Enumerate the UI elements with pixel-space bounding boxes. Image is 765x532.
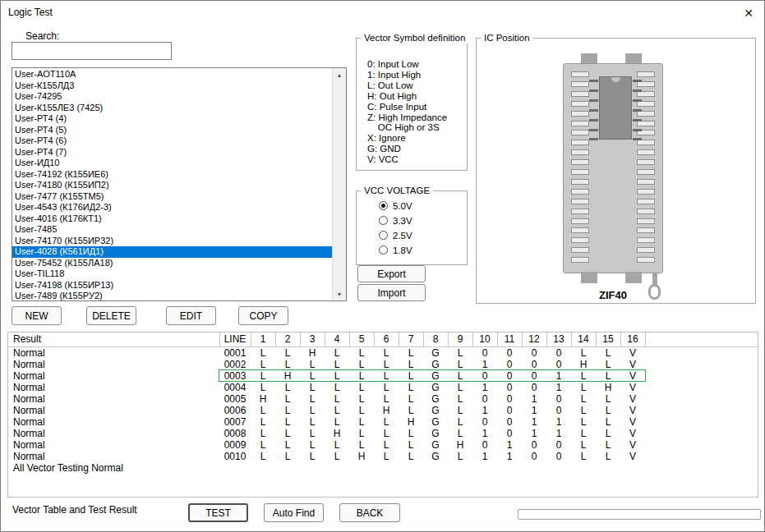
test-button[interactable]: TEST xyxy=(188,503,248,522)
column-header[interactable]: 13 xyxy=(546,332,571,346)
column-header[interactable]: 15 xyxy=(596,332,620,346)
list-item[interactable]: User-AOT110A xyxy=(12,69,332,80)
zif-socket-label: ZIF40 xyxy=(563,289,663,301)
vector-row[interactable]: Normal0004LLLLLLLGL1001LHV xyxy=(8,382,758,393)
list-item[interactable]: User-TIL118 xyxy=(12,268,332,280)
column-header[interactable]: Result xyxy=(8,332,219,346)
vector-row[interactable]: Normal0008LLLHLLLGL1011LLV xyxy=(8,428,758,439)
auto-find-button[interactable]: Auto Find xyxy=(264,503,324,522)
list-item[interactable]: User-РТ4 (7) xyxy=(12,147,332,158)
close-button[interactable]: ✕ xyxy=(737,3,760,23)
column-header[interactable]: 3 xyxy=(300,332,325,346)
import-button[interactable]: Import xyxy=(357,284,426,301)
list-item[interactable]: User-74295 xyxy=(12,91,332,103)
list-item[interactable]: User-4543 (К176ИД2-3) xyxy=(12,202,332,213)
vector-row[interactable]: Normal0009LLLLLLLGH0100LLV xyxy=(8,439,758,451)
scroll-up-icon[interactable]: ▲ xyxy=(333,68,346,81)
vector-row[interactable]: Normal0002LLLLLLLGL1000HLV xyxy=(8,359,758,370)
edit-button[interactable]: EDIT xyxy=(166,306,216,325)
column-header[interactable]: 14 xyxy=(571,332,596,346)
list-item[interactable]: User-РТ4 (6) xyxy=(12,135,332,147)
copy-button[interactable]: COPY xyxy=(238,306,288,325)
column-header[interactable]: 9 xyxy=(448,332,472,346)
column-header[interactable]: 5 xyxy=(349,332,374,346)
list-item[interactable]: User-4016 (К176КТ1) xyxy=(12,213,332,225)
vcc-option-3.3v[interactable]: 3.3V xyxy=(379,215,412,226)
vector-pin-cell: 0 xyxy=(472,439,497,451)
pin-slot xyxy=(571,121,589,126)
ic-pin xyxy=(589,89,598,92)
column-header[interactable]: 10 xyxy=(472,332,497,346)
vector-pin-cell: G xyxy=(423,439,448,451)
list-item[interactable]: User-7485 xyxy=(12,224,332,236)
vector-pin-cell: L xyxy=(596,405,620,416)
vector-pin-cell: 0 xyxy=(497,428,522,439)
list-item[interactable]: User-74180 (К155ИП2) xyxy=(12,180,332,191)
list-item[interactable]: User-74192 (К155ИЕ6) xyxy=(12,169,332,181)
result-table-header-row: ResultLINE12345678910111213141516 xyxy=(8,332,758,346)
export-button[interactable]: Export xyxy=(357,265,426,282)
vector-row[interactable]: Normal0007LLLLLLHGL0011LLV xyxy=(8,416,758,428)
vector-row[interactable]: Normal0006LLLLLHLGL1010LLV xyxy=(8,405,758,416)
column-header[interactable]: 4 xyxy=(325,332,349,346)
vector-pin-cell: L xyxy=(275,382,300,393)
list-item[interactable]: User-РТ4 (4) xyxy=(12,113,332,125)
pin-slot xyxy=(571,179,589,185)
vector-pin-cell: 0 xyxy=(546,359,571,370)
list-scrollbar[interactable]: ▲ ▼ xyxy=(332,68,346,300)
column-header[interactable]: LINE xyxy=(219,332,251,346)
list-item[interactable]: User-7489 (К155РУ2) xyxy=(12,291,332,300)
vector-pin-cell: L xyxy=(596,346,620,359)
progress-bar xyxy=(518,509,761,520)
vector-pin-cell: L xyxy=(251,370,275,382)
back-button[interactable]: BACK xyxy=(339,503,400,522)
vector-row[interactable]: Normal0003LHLLLLLGL0001LLV xyxy=(8,370,758,382)
list-item[interactable]: User-74198 (К155ИР13) xyxy=(12,280,332,291)
vector-pin-cell: 0 xyxy=(546,393,571,405)
new-button[interactable]: NEW xyxy=(12,306,62,325)
vector-pin-cell: L xyxy=(374,416,399,428)
scroll-down-icon[interactable]: ▼ xyxy=(333,287,346,300)
socket-bottom-tab xyxy=(625,272,642,283)
search-input[interactable] xyxy=(12,42,172,60)
vector-pin-cell: 0 xyxy=(472,416,497,428)
vcc-option-label: 3.3V xyxy=(393,216,412,226)
vector-row[interactable]: Normal0005HLLLLLLGL0010LLV xyxy=(8,393,758,405)
vector-line-cell: 0001 xyxy=(219,346,251,359)
list-item[interactable]: User-4028 (К561ИД1) xyxy=(12,246,332,258)
column-header[interactable]: 12 xyxy=(522,332,546,346)
vcc-option-2.5v[interactable]: 2.5V xyxy=(379,230,412,241)
column-header[interactable]: 16 xyxy=(620,332,645,346)
vector-line-cell: 0010 xyxy=(219,451,251,462)
column-header[interactable]: 6 xyxy=(374,332,399,346)
vector-pin-cell: G xyxy=(423,405,448,416)
vector-pin-cell: L xyxy=(399,405,423,416)
ic-pin xyxy=(589,109,598,112)
list-item[interactable]: User-К155ЛД3 xyxy=(12,80,332,92)
column-header[interactable]: 8 xyxy=(423,332,448,346)
delete-button[interactable]: DELETE xyxy=(86,306,136,325)
vcc-option-5.0v[interactable]: 5.0V xyxy=(379,200,412,211)
vector-row[interactable]: Normal0001LLHLLLLGL0000LLV xyxy=(8,346,758,359)
list-item[interactable]: User-К155ЛЕ3 (7425) xyxy=(12,103,332,114)
vcc-option-1.8v[interactable]: 1.8V xyxy=(379,245,412,255)
list-item[interactable]: User-74170 (К155ИР32) xyxy=(12,236,332,247)
radio-icon xyxy=(379,216,388,225)
list-item[interactable]: User-75452 (К155ЛА18) xyxy=(12,258,332,269)
ic-listbox[interactable]: User-AOT110AUser-К155ЛД3User-74295User-К… xyxy=(12,67,347,301)
vector-symbol-line: L: Out Low xyxy=(367,80,447,91)
list-item[interactable]: User-ИД10 xyxy=(12,158,332,169)
vector-pin-cell: L xyxy=(325,451,349,462)
column-header[interactable]: 2 xyxy=(275,332,300,346)
vector-symbol-line: OC High or 3S xyxy=(367,122,447,133)
ic-pin xyxy=(633,138,642,140)
list-item[interactable]: User-РТ4 (5) xyxy=(12,125,332,136)
vector-pin-cell: L xyxy=(571,382,596,393)
list-item[interactable]: User-7477 (К155ТМ5) xyxy=(12,191,332,203)
vector-row[interactable]: Normal0010LLLLHLLGL1100LLV xyxy=(8,451,758,462)
pin-slot xyxy=(571,199,589,204)
vector-pin-cell: L xyxy=(300,382,325,393)
column-header[interactable]: 11 xyxy=(497,332,522,346)
column-header[interactable]: 1 xyxy=(251,332,275,346)
column-header[interactable]: 7 xyxy=(399,332,423,346)
